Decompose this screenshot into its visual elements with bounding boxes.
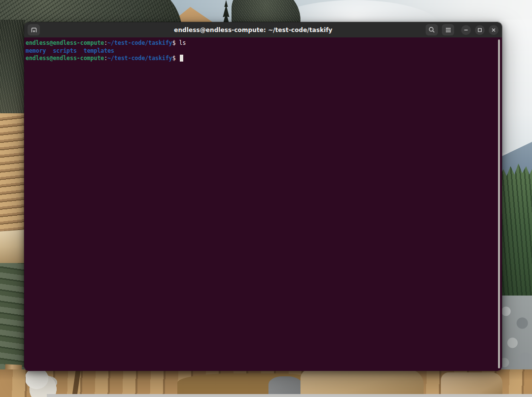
- wallpaper-left-twigs: [0, 20, 25, 113]
- terminal-scrollbar[interactable]: [498, 39, 500, 368]
- titlebar[interactable]: endless@endless-compute: ~/test-code/tas…: [24, 22, 502, 37]
- wallpaper-bottom-gray-strip: [47, 394, 532, 397]
- terminal-text-segment: [46, 47, 53, 54]
- terminal-window: endless@endless-compute: ~/test-code/tas…: [24, 22, 502, 371]
- terminal-content[interactable]: endless@endless-compute:~/test-code/task…: [24, 37, 502, 371]
- terminal-line: endless@endless-compute:~/test-code/task…: [26, 39, 497, 47]
- wallpaper-right-strip: [499, 20, 532, 397]
- terminal-text-segment: $: [172, 55, 179, 62]
- maximize-icon: [477, 28, 482, 33]
- minimize-icon: [464, 28, 468, 33]
- terminal-line: memory scripts templates: [26, 47, 497, 55]
- wallpaper-right-sky: [499, 20, 532, 153]
- terminal-text-segment: ls: [179, 39, 186, 46]
- terminal-text-segment: endless@endless-compute: [26, 39, 104, 46]
- wallpaper-stone: [441, 372, 502, 397]
- wallpaper-left-strip: [0, 20, 25, 397]
- search-button[interactable]: [426, 24, 438, 35]
- wallpaper-big-boulder: [300, 369, 424, 397]
- close-icon: [491, 28, 496, 33]
- maximize-button[interactable]: [475, 25, 485, 35]
- terminal-text-segment: [77, 47, 84, 54]
- terminal-text-segment: endless@endless-compute: [26, 55, 104, 62]
- terminal-text-segment: $: [172, 39, 179, 46]
- minimize-button[interactable]: [461, 25, 471, 35]
- terminal-text-segment: ~/test-code/taskify: [107, 39, 172, 46]
- terminal-text-segment: ~/test-code/taskify: [107, 55, 172, 62]
- search-icon: [428, 26, 435, 33]
- wallpaper-rock-scree: [499, 296, 532, 374]
- terminal-text-segment: templates: [84, 47, 114, 54]
- wallpaper-bird-sculpture: [26, 370, 57, 397]
- hamburger-menu-icon: [445, 27, 452, 33]
- menu-button[interactable]: [442, 24, 454, 35]
- wallpaper-left-shingles: [0, 113, 25, 234]
- new-tab-icon: [30, 26, 38, 34]
- terminal-text-segment: memory: [26, 47, 46, 54]
- terminal-cursor: [180, 55, 183, 62]
- terminal-line: endless@endless-compute:~/test-code/task…: [26, 55, 497, 63]
- terminal-text-segment: scripts: [53, 47, 76, 54]
- close-button[interactable]: [489, 25, 499, 35]
- wallpaper-pine-forest: [499, 164, 532, 301]
- window-title: endless@endless-compute: ~/test-code/tas…: [83, 27, 423, 33]
- wallpaper-bottom-strip: [0, 369, 532, 397]
- new-tab-button[interactable]: [28, 24, 40, 35]
